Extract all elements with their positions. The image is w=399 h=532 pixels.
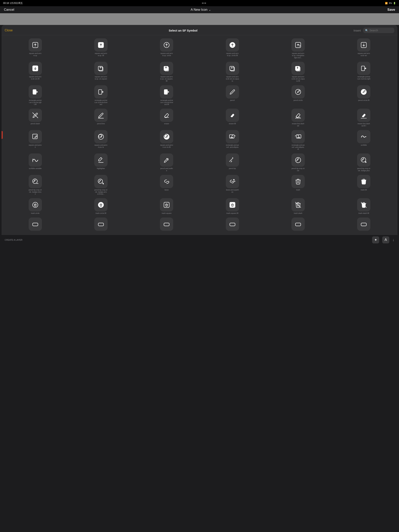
icon-cell-rectangle.portrait.and.arrow.right.fill[interactable]: rectangle.portrait.an d.arrow.right.fill xyxy=(2,84,68,107)
modal-title: Select an SF Symbol xyxy=(15,29,351,32)
icon-box-more2 xyxy=(94,217,108,231)
icon-cell-rectangle.portrait.and.arrow.right[interactable]: rectangle.portrait.an d.arrow.right xyxy=(331,60,397,83)
icon-cell-pencil.tip.crop.circle[interactable]: pencil.tip.crop.circle xyxy=(265,152,331,173)
icon-box-square.and.pencil.circle.fill xyxy=(160,130,173,143)
icon-label-square.and.arrow.up.trianglebadge.excl: square.and.arrow.up .trianglebadge.excl.… xyxy=(291,52,305,59)
icon-cell-trash.square[interactable]: trash.square xyxy=(134,197,200,216)
svg-point-28 xyxy=(232,137,232,138)
icon-box-pencil.tip.crop.circle xyxy=(291,153,305,167)
icon-cell-square.and.arrow.down.fill[interactable]: square.and.arrow.do wn.fill xyxy=(2,60,68,83)
icon-cell-square.and.arrow.up.circle[interactable]: square.and.arrow.up .circle xyxy=(134,37,200,60)
icon-label-rectangle.portrait.and.arrow.forward: rectangle.portrait.an d.arrow.forward xyxy=(94,99,108,106)
icon-cell-rectangle.portrait.and.arrow.forward[interactable]: rectangle.portrait.an d.arrow.forward xyxy=(68,84,134,107)
status-bar: 00:18 1月20日周五 📶 9% 🔋 xyxy=(0,0,399,6)
icon-box-lasso.and.sparkles xyxy=(226,175,239,188)
icon-cell-scribble.variable[interactable]: scribble.variable xyxy=(2,152,68,173)
svg-rect-42 xyxy=(230,202,235,208)
icon-label-square.and.pencil.circle: square.and.pencil.circ le xyxy=(94,144,108,148)
icon-cell-square.and.arrow.up.fill[interactable]: square.and.arrow.up .fill xyxy=(68,37,134,60)
nav-chevron-icon[interactable]: ⌄ xyxy=(209,8,211,11)
icon-cell-trash.circle[interactable]: trash.circle xyxy=(2,197,68,216)
icon-box-rectangle.portrait.and.arrow.right xyxy=(357,62,370,75)
icon-box-square.and.arrow.up.circle xyxy=(160,38,173,52)
icon-cell-square.and.arrow.up.on.square.fill[interactable]: square.and.arrow.up .on.square.fill xyxy=(134,60,200,83)
svg-rect-14 xyxy=(164,89,167,94)
icon-box-pencil.slash xyxy=(29,109,42,122)
icon-cell-pencil.tip.crop.circle.badge.arrow.forwa[interactable]: pencil.tip.crop.circle .badge.arrow.forw… xyxy=(68,173,134,197)
search-icon: 🔍 xyxy=(365,29,368,32)
icon-cell-lasso[interactable]: lasso xyxy=(134,173,200,197)
icon-label-square.and.arrow.down: square.and.arrow.do wn xyxy=(357,52,370,57)
icon-box-square.and.arrow.up.trianglebadge.excl xyxy=(291,38,305,52)
icon-cell-square.and.arrow.up.on.square[interactable]: square.and.arrow.up .on.square xyxy=(68,60,134,83)
icon-cell-more4[interactable] xyxy=(200,216,265,233)
icon-box-trash.fill xyxy=(357,175,370,188)
modal-insert-button[interactable]: Insert xyxy=(354,29,361,32)
icon-cell-square.and.arrow.up.trianglebadge.excl[interactable]: square.and.arrow.up .trianglebadge.excl.… xyxy=(265,37,331,60)
save-button[interactable]: Save xyxy=(387,8,395,12)
icon-cell-rectangle.portrait.and.arrow.forward.fill[interactable]: rectangle.portrait.an d.arrow.forward.fi… xyxy=(134,84,200,107)
icon-cell-eraser.line.dashed.fill[interactable]: eraser.line.dashed.fil l xyxy=(331,107,397,128)
icon-box-trash.circle.fill xyxy=(94,198,108,211)
icon-cell-more1[interactable] xyxy=(2,216,68,233)
icon-cell-rectangle.and.pencil.and.ellipsis[interactable]: rectangle.and.pencil .and.ellipsis xyxy=(200,128,265,152)
icon-cell-square.and.pencil.circle[interactable]: square.and.pencil.circ le xyxy=(68,128,134,152)
star-button[interactable]: ✦ xyxy=(372,236,379,243)
icon-box-highlighter xyxy=(94,153,108,167)
icon-cell-trash.slash.fill[interactable]: trash.slash.fill xyxy=(331,197,397,216)
icon-cell-more5[interactable] xyxy=(265,216,331,233)
icon-cell-pencil.tip[interactable]: pencil.tip xyxy=(200,152,265,173)
icon-cell-trash[interactable]: trash xyxy=(265,173,331,197)
icon-cell-pencil.tip.crop.circle.badge.minus[interactable]: pencil.tip.crop.circle .badge.minus xyxy=(2,173,68,197)
icon-cell-square.and.arrow.down[interactable]: square.and.arrow.do wn xyxy=(331,37,397,60)
icon-cell-pencil.line[interactable]: pencil.line xyxy=(68,107,134,128)
icon-cell-more6[interactable] xyxy=(331,216,397,233)
icon-cell-more3[interactable] xyxy=(134,216,200,233)
icon-box-more5 xyxy=(291,217,305,231)
icon-cell-highlighter[interactable]: highlighter xyxy=(68,152,134,173)
icon-cell-square.and.arrow.up[interactable]: square.and.arrow.up xyxy=(2,37,68,60)
icon-box-square.and.arrow.up.on.square.fill xyxy=(160,62,173,75)
icon-cell-pencil.tip.crop.circle.badge.plus[interactable]: pencil.tip.crop.circle .badge.plus xyxy=(331,152,397,173)
text-button[interactable]: A xyxy=(382,236,389,243)
search-input[interactable] xyxy=(369,29,389,32)
icon-cell-trash.fill[interactable]: trash.fill xyxy=(331,173,397,197)
icon-cell-eraser.fill[interactable]: eraser.fill xyxy=(200,107,265,128)
icon-cell-eraser[interactable]: eraser xyxy=(134,107,200,128)
status-time-date: 00:18 1月20日周五 xyxy=(3,1,23,5)
svg-point-37 xyxy=(32,179,37,184)
icon-cell-pencil.and.outline[interactable]: pencil.and.outline xyxy=(134,152,200,173)
icon-cell-trash.square.fill[interactable]: trash.square.fill xyxy=(200,197,265,216)
icon-cell-trash.slash[interactable]: trash.slash xyxy=(265,197,331,216)
icon-label-rectangle.portrait.and.arrow.forward.fill: rectangle.portrait.an d.arrow.forward.fi… xyxy=(160,99,173,106)
icon-cell-trash.circle.fill[interactable]: trash.circle.fill xyxy=(68,197,134,216)
cancel-button[interactable]: Cancel xyxy=(4,8,14,12)
icon-box-pencil.circle.fill xyxy=(357,85,370,99)
icon-box-eraser.line.dashed.fill xyxy=(357,109,370,122)
icon-cell-more2[interactable] xyxy=(68,216,134,233)
icon-label-square.and.arrow.down.on.square: square.and.arrow.do wn.on.square xyxy=(226,76,239,82)
icon-cell-scribble[interactable]: scribble xyxy=(331,128,397,152)
icon-label-pencil: pencil xyxy=(230,99,235,101)
icon-cell-square.and.arrow.down.on.square[interactable]: square.and.arrow.do wn.on.square xyxy=(200,60,265,83)
icon-box-square.and.arrow.up.on.square xyxy=(94,62,108,75)
icon-cell-square.and.arrow.up.circle.fill[interactable]: square.and.arrow.up .circle.fill xyxy=(200,37,265,60)
search-bar[interactable]: 🔍 xyxy=(363,28,394,33)
scroll-down-button[interactable]: ↓ xyxy=(392,238,394,242)
icon-cell-eraser.line.dashed[interactable]: eraser.line.dashed xyxy=(265,107,331,128)
icon-cell-pencil.circle[interactable]: pencil.circle xyxy=(265,84,331,107)
icon-box-square.and.arrow.down.fill xyxy=(29,62,42,75)
modal-close-button[interactable]: Close xyxy=(5,29,13,32)
icon-box-rectangle.and.pencil.and.ellipsis xyxy=(226,130,239,143)
icon-label-pencil.tip.crop.circle.badge.minus: pencil.tip.crop.circle .badge.minus xyxy=(29,189,42,195)
icon-cell-lasso.and.sparkles[interactable]: lasso.and.sparkles xyxy=(200,173,265,197)
icon-cell-pencil[interactable]: pencil xyxy=(200,84,265,107)
icon-cell-square.and.pencil.circle.fill[interactable]: square.and.pencil.circ le.fill xyxy=(134,128,200,152)
icon-cell-rectangle.and.pencil.and.ellipsis.rtl[interactable]: rectangle.and.pencil .and.ellipsis.rtl xyxy=(265,128,331,152)
scroll-indicator xyxy=(1,131,3,139)
icon-cell-square.and.arrow.down.on.square.fill[interactable]: square.and.arrow.do wn.on.square.fill xyxy=(265,60,331,83)
icon-cell-pencil.circle.fill[interactable]: pencil.circle.fill xyxy=(331,84,397,107)
icon-cell-square.and.pencil[interactable]: square.and.pencil xyxy=(2,128,68,152)
icon-cell-pencil.slash[interactable]: pencil.slash xyxy=(2,107,68,128)
icon-box-trash.slash.fill xyxy=(357,198,370,211)
